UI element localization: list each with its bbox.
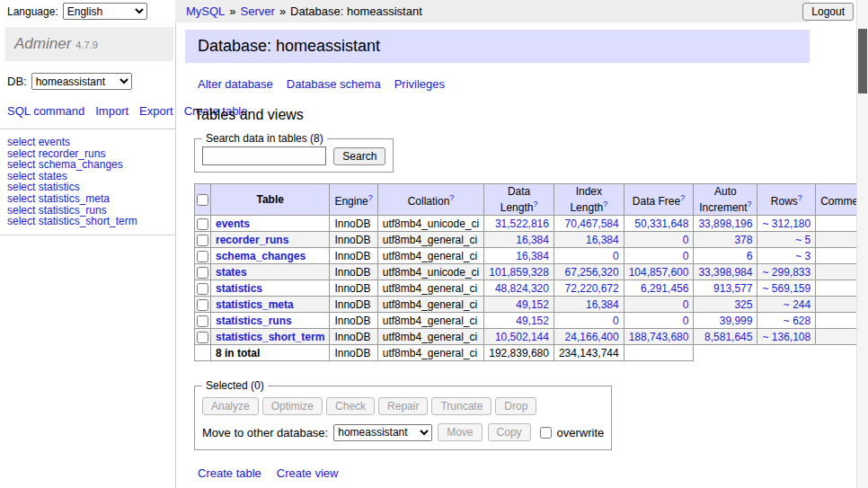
bulk-action-button: Drop bbox=[495, 397, 536, 415]
db-selector-row: DB: homeassistant bbox=[7, 73, 175, 90]
index-length-link[interactable]: 72,220,672 bbox=[565, 282, 619, 295]
search-fieldset: Search data in tables (8) Search bbox=[194, 132, 394, 173]
vertical-scrollbar[interactable] bbox=[856, 0, 868, 488]
database-action-link[interactable]: Privileges bbox=[394, 77, 445, 91]
app-title: Adminer4.7.9 bbox=[5, 27, 173, 61]
auto-increment-link[interactable]: 39,999 bbox=[720, 315, 753, 327]
db-select[interactable]: homeassistant bbox=[31, 73, 132, 90]
index-length-link[interactable]: 0 bbox=[613, 250, 619, 262]
index-length-link[interactable]: 67,256,320 bbox=[565, 266, 619, 279]
data-free-link[interactable]: 0 bbox=[683, 315, 689, 327]
table-name-link[interactable]: statistics_runs bbox=[216, 315, 292, 327]
language-label: Language: bbox=[7, 5, 58, 18]
table-name-link[interactable]: events bbox=[216, 217, 250, 230]
help-link[interactable]: ? bbox=[680, 193, 685, 202]
rows-count-link[interactable]: ~ 299,833 bbox=[762, 266, 810, 279]
auto-increment-link[interactable]: 33,898,196 bbox=[698, 217, 752, 230]
row-checkbox[interactable] bbox=[197, 299, 208, 311]
sidebar-action-link[interactable]: SQL command bbox=[7, 104, 84, 118]
help-link[interactable]: ? bbox=[368, 193, 373, 202]
row-checkbox[interactable] bbox=[197, 235, 208, 246]
database-action-link[interactable]: Database schema bbox=[287, 77, 381, 91]
row-checkbox[interactable] bbox=[197, 251, 208, 262]
auto-increment-link[interactable]: 33,398,984 bbox=[698, 266, 752, 279]
language-switcher: Language: English bbox=[7, 3, 147, 20]
row-checkbox[interactable] bbox=[197, 267, 208, 279]
data-free-link[interactable]: 50,331,648 bbox=[634, 217, 688, 230]
rows-count-link[interactable]: ~ 5 bbox=[795, 234, 810, 246]
copy-button: Copy bbox=[488, 423, 531, 441]
search-button[interactable]: Search bbox=[333, 147, 385, 165]
auto-increment-link[interactable]: 913,577 bbox=[713, 282, 752, 295]
sidebar-item-select-table[interactable]: select statistics_short_term bbox=[7, 216, 168, 227]
help-link[interactable]: ? bbox=[533, 200, 537, 209]
engine-cell: InnoDB bbox=[330, 313, 377, 329]
data-length-link[interactable]: 16,384 bbox=[516, 234, 549, 246]
help-link[interactable]: ? bbox=[449, 193, 454, 202]
logout-button[interactable]: Logout bbox=[802, 3, 854, 21]
table-name-link[interactable]: statistics_meta bbox=[216, 298, 294, 311]
header-data-length: Data Length bbox=[500, 185, 534, 214]
rows-count-link[interactable]: ~ 569,159 bbox=[762, 282, 810, 295]
sidebar-item-select-table[interactable]: select events bbox=[7, 137, 168, 148]
index-length-link[interactable]: 16,384 bbox=[586, 298, 619, 311]
data-length-link[interactable]: 49,152 bbox=[516, 315, 549, 327]
table-total-row: 8 in total InnoDB utf8mb4_general_ci 192… bbox=[195, 345, 868, 361]
help-link[interactable]: ? bbox=[603, 200, 607, 209]
rows-count-link[interactable]: ~ 312,180 bbox=[762, 217, 810, 230]
auto-increment-link[interactable]: 6 bbox=[747, 250, 753, 262]
data-length-link[interactable]: 10,502,144 bbox=[495, 331, 549, 343]
scrollbar-thumb[interactable] bbox=[858, 29, 867, 93]
data-length-link[interactable]: 16,384 bbox=[516, 250, 549, 262]
table-name-link[interactable]: recorder_runs bbox=[216, 234, 288, 246]
breadcrumb-server-link[interactable]: Server bbox=[241, 4, 275, 18]
rows-count-link[interactable]: ~ 136,108 bbox=[762, 331, 810, 343]
table-name-link[interactable]: schema_changes bbox=[216, 250, 306, 262]
select-all-checkbox[interactable] bbox=[197, 194, 208, 206]
data-free-link[interactable]: 188,743,680 bbox=[629, 331, 689, 343]
table-name-link[interactable]: statistics bbox=[216, 282, 262, 295]
auto-increment-link[interactable]: 378 bbox=[734, 234, 752, 246]
overwrite-checkbox[interactable] bbox=[540, 427, 552, 439]
sidebar-action-link[interactable]: Export bbox=[139, 104, 173, 118]
data-length-link[interactable]: 48,824,320 bbox=[495, 282, 549, 295]
index-length-link[interactable]: 70,467,584 bbox=[565, 217, 619, 230]
index-length-link[interactable]: 16,384 bbox=[586, 234, 619, 246]
rows-count-link[interactable]: ~ 3 bbox=[795, 250, 810, 262]
data-length-link[interactable]: 49,152 bbox=[516, 298, 549, 311]
row-checkbox[interactable] bbox=[197, 218, 208, 230]
help-link[interactable]: ? bbox=[798, 193, 802, 202]
selected-fieldset: Selected (0) AnalyzeOptimizeCheckRepairT… bbox=[194, 379, 612, 450]
language-select[interactable]: English bbox=[63, 3, 147, 20]
header-collation: Collation bbox=[408, 195, 450, 208]
auto-increment-link[interactable]: 325 bbox=[734, 298, 752, 311]
database-action-link[interactable]: Alter database bbox=[198, 77, 273, 91]
rows-count-link[interactable]: ~ 244 bbox=[784, 298, 810, 311]
data-length-link[interactable]: 101,859,328 bbox=[489, 266, 549, 279]
rows-count-link[interactable]: ~ 628 bbox=[784, 315, 810, 327]
create-link[interactable]: Create view bbox=[277, 466, 339, 480]
row-checkbox[interactable] bbox=[197, 332, 208, 343]
data-free-link[interactable]: 6,291,456 bbox=[641, 282, 688, 295]
sidebar-item-select-table[interactable]: select statistics_meta bbox=[7, 193, 168, 205]
row-checkbox[interactable] bbox=[197, 283, 208, 295]
data-free-link[interactable]: 0 bbox=[683, 234, 689, 246]
table-name-link[interactable]: states bbox=[216, 266, 247, 279]
bulk-action-button: Check bbox=[326, 397, 375, 415]
auto-increment-link[interactable]: 8,581,645 bbox=[704, 331, 752, 343]
move-database-select[interactable]: homeassistant bbox=[333, 424, 432, 441]
data-free-link[interactable]: 104,857,600 bbox=[629, 266, 689, 279]
table-name-link[interactable]: statistics_short_term bbox=[216, 331, 324, 343]
row-checkbox[interactable] bbox=[197, 315, 208, 327]
sidebar-action-link[interactable]: Import bbox=[95, 104, 128, 118]
help-link[interactable]: ? bbox=[748, 200, 752, 209]
sidebar-item-select-table[interactable]: select schema_changes bbox=[7, 159, 168, 171]
data-free-link[interactable]: 0 bbox=[683, 298, 689, 311]
search-input[interactable] bbox=[202, 146, 326, 165]
index-length-link[interactable]: 24,166,400 bbox=[565, 331, 619, 343]
data-length-link[interactable]: 31,522,816 bbox=[495, 217, 549, 230]
index-length-link[interactable]: 0 bbox=[613, 315, 619, 327]
data-free-link[interactable]: 0 bbox=[683, 250, 689, 262]
breadcrumb-mysql-link[interactable]: MySQL bbox=[186, 4, 225, 18]
create-link[interactable]: Create table bbox=[198, 466, 261, 480]
